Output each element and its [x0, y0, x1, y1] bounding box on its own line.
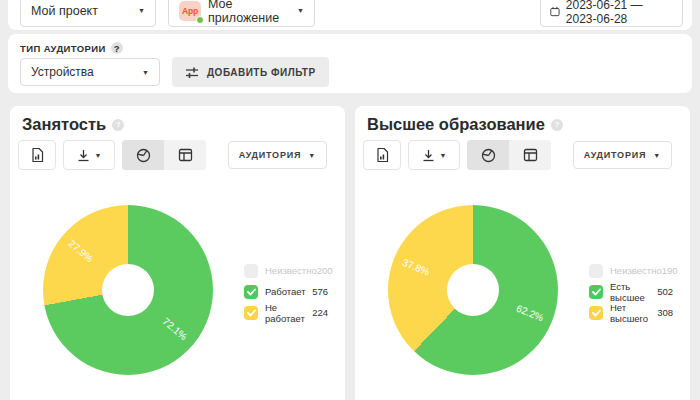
chevron-down-icon: ▼ — [308, 152, 316, 159]
download-icon — [77, 149, 90, 162]
help-icon[interactable]: ? — [111, 42, 123, 54]
audience-button-label: АУДИТОРИЯ — [584, 150, 647, 160]
chart-legend: Неизвестно190Есть высшее502Нет высшего30… — [589, 263, 673, 326]
report-button[interactable] — [18, 140, 56, 170]
date-range-picker[interactable]: 2023-06-21 — 2023-06-28 — [540, 0, 683, 27]
audience-button[interactable]: АУДИТОРИЯ ▼ — [228, 141, 327, 169]
pie-chart-icon — [136, 148, 151, 163]
topbar: Мой проект ▼ App Мое приложение ▼ 2023-0… — [8, 0, 692, 30]
help-icon[interactable]: ? — [551, 119, 563, 131]
legend-checkbox-checked[interactable] — [589, 285, 603, 299]
chevron-down-icon: ▼ — [653, 152, 661, 159]
report-button[interactable] — [363, 140, 401, 170]
table-view-button[interactable] — [509, 140, 551, 170]
legend-value: 200 — [317, 265, 333, 276]
legend-label: Работает — [265, 286, 306, 297]
card-title: Высшее образование — [367, 115, 545, 134]
app-icon: App — [179, 1, 201, 21]
legend-value: 190 — [662, 265, 678, 276]
donut-chart[interactable]: 62.2%37.8% — [388, 205, 558, 375]
app-select[interactable]: App Мое приложение ▼ — [168, 0, 315, 27]
download-button[interactable]: ▼ — [408, 140, 460, 170]
chart-card: Высшее образование ? ▼ — [355, 106, 690, 400]
view-toggle — [467, 140, 551, 170]
app-status-dot-icon — [196, 16, 204, 24]
table-icon — [523, 148, 538, 162]
audience-type-select[interactable]: Устройства ▼ — [20, 58, 160, 86]
filter-panel: ТИП АУДИТОРИИ ? Устройства ▼ ДОБАВИТЬ ФИ… — [8, 34, 692, 93]
legend-item[interactable]: Неизвестно190 — [589, 263, 673, 278]
pie-chart-icon — [481, 148, 496, 163]
table-icon — [178, 148, 193, 162]
chevron-down-icon: ▼ — [138, 7, 145, 14]
project-select[interactable]: Мой проект ▼ — [20, 0, 156, 27]
filter-sliders-icon — [185, 66, 199, 79]
chart-card: Занятость ? ▼ — [10, 106, 345, 400]
slice-percent-label: 72.1% — [160, 316, 189, 343]
report-file-icon — [31, 147, 44, 163]
chart-legend: Неизвестно200Работает576Не работает224 — [244, 263, 328, 326]
legend-value: 224 — [312, 307, 328, 318]
download-icon — [422, 149, 435, 162]
legend-checkbox-unchecked[interactable] — [244, 264, 258, 278]
pie-view-button[interactable] — [467, 140, 509, 170]
legend-value: 308 — [657, 307, 673, 318]
legend-checkbox-checked[interactable] — [244, 306, 258, 320]
checkmark-icon — [247, 288, 256, 296]
checkmark-icon — [247, 309, 256, 317]
help-icon[interactable]: ? — [112, 119, 124, 131]
checkmark-icon — [592, 288, 601, 296]
download-button[interactable]: ▼ — [63, 140, 115, 170]
donut-chart[interactable]: 72.1%27.9% — [43, 205, 213, 375]
checkmark-icon — [592, 309, 601, 317]
add-filter-button[interactable]: ДОБАВИТЬ ФИЛЬТР — [172, 57, 329, 87]
pie-view-button[interactable] — [122, 140, 164, 170]
legend-item[interactable]: Есть высшее502 — [589, 284, 673, 299]
card-title: Занятость — [22, 115, 106, 134]
slice-percent-label: 62.2% — [514, 302, 544, 323]
slice-percent-label: 37.8% — [401, 257, 431, 278]
legend-item[interactable]: Нет высшего308 — [589, 305, 673, 320]
app-select-value: Мое приложение — [208, 0, 297, 25]
chevron-down-icon: ▼ — [142, 69, 149, 76]
card-toolbar: ▼ АУДИТОРИЯ ▼ — [18, 140, 327, 170]
legend-label: Неизвестно — [610, 265, 662, 276]
legend-checkbox-unchecked[interactable] — [589, 264, 603, 278]
card-toolbar: ▼ АУДИТОРИЯ ▼ — [363, 140, 672, 170]
table-view-button[interactable] — [164, 140, 206, 170]
legend-checkbox-checked[interactable] — [244, 285, 258, 299]
chevron-down-icon: ▼ — [297, 7, 304, 14]
legend-value: 502 — [657, 286, 673, 297]
add-filter-label: ДОБАВИТЬ ФИЛЬТР — [207, 67, 316, 78]
legend-label: Нет высшего — [610, 302, 657, 324]
calendar-icon — [550, 5, 560, 18]
app-icon-text: App — [182, 6, 198, 16]
chevron-down-icon: ▼ — [440, 152, 447, 159]
legend-label: Не работает — [265, 302, 312, 324]
legend-item[interactable]: Не работает224 — [244, 305, 328, 320]
donut-hole — [447, 264, 499, 316]
date-range-value: 2023-06-21 — 2023-06-28 — [566, 0, 673, 26]
legend-item[interactable]: Неизвестно200 — [244, 263, 328, 278]
audience-button-label: АУДИТОРИЯ — [239, 150, 302, 160]
donut-hole — [102, 264, 154, 316]
slice-percent-label: 27.9% — [67, 238, 96, 265]
legend-value: 576 — [312, 286, 328, 297]
chevron-down-icon: ▼ — [95, 152, 102, 159]
legend-checkbox-checked[interactable] — [589, 306, 603, 320]
legend-item[interactable]: Работает576 — [244, 284, 328, 299]
audience-type-label: ТИП АУДИТОРИИ — [20, 43, 106, 54]
audience-button[interactable]: АУДИТОРИЯ ▼ — [573, 141, 672, 169]
audience-type-value: Устройства — [31, 65, 94, 79]
report-file-icon — [376, 147, 389, 163]
legend-label: Неизвестно — [265, 265, 317, 276]
legend-label: Есть высшее — [610, 281, 657, 303]
project-select-value: Мой проект — [31, 4, 98, 18]
view-toggle — [122, 140, 206, 170]
